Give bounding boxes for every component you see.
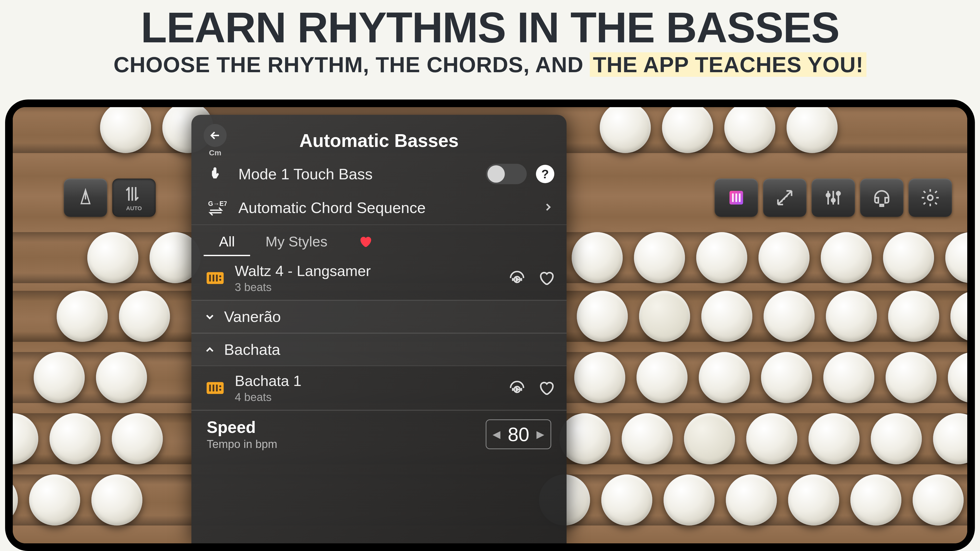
bass-button[interactable] bbox=[945, 232, 967, 283]
mode-touch-bass-row: Mode 1 Touch Bass ? bbox=[191, 157, 566, 191]
mode-label: Mode 1 Touch Bass bbox=[239, 165, 477, 183]
bass-button[interactable] bbox=[574, 352, 625, 403]
bass-button[interactable] bbox=[883, 232, 934, 283]
bass-button[interactable] bbox=[821, 232, 872, 283]
help-button[interactable]: ? bbox=[536, 165, 554, 183]
preview-play-icon[interactable] bbox=[508, 380, 526, 397]
bass-button[interactable] bbox=[888, 291, 939, 342]
bass-button[interactable] bbox=[746, 413, 797, 464]
support-button[interactable] bbox=[860, 179, 904, 217]
bass-button[interactable] bbox=[96, 352, 147, 403]
bass-button[interactable] bbox=[577, 291, 628, 342]
bass-button[interactable] bbox=[663, 475, 714, 526]
metronome-button[interactable] bbox=[64, 179, 107, 217]
back-chord-label: Cm bbox=[209, 148, 221, 157]
scale-button[interactable] bbox=[763, 179, 807, 217]
category-bachata[interactable]: Bachata bbox=[191, 333, 566, 366]
arrow-left-icon bbox=[208, 129, 222, 142]
bass-button[interactable] bbox=[826, 291, 877, 342]
bass-button[interactable] bbox=[871, 413, 922, 464]
bass-button[interactable] bbox=[684, 413, 735, 464]
bass-button[interactable] bbox=[787, 107, 838, 153]
bass-button[interactable] bbox=[601, 475, 652, 526]
speed-stepper[interactable]: ◀ 80 ▶ bbox=[486, 419, 551, 449]
svg-point-20 bbox=[219, 385, 221, 387]
svg-point-5 bbox=[832, 198, 835, 202]
tab-all[interactable]: All bbox=[204, 229, 250, 256]
settings-button[interactable] bbox=[908, 179, 952, 217]
automatic-basses-panel: Cm Automatic Basses Mode 1 Touch Bass ? … bbox=[191, 115, 566, 543]
bass-button[interactable] bbox=[701, 291, 752, 342]
chevron-right-icon bbox=[542, 201, 554, 214]
favorite-icon[interactable] bbox=[538, 380, 554, 396]
bass-button[interactable] bbox=[559, 413, 611, 464]
accordion-icon bbox=[204, 267, 227, 289]
mixer-button[interactable] bbox=[811, 179, 855, 217]
favorite-icon[interactable] bbox=[538, 270, 554, 286]
bass-button[interactable] bbox=[788, 475, 839, 526]
bass-button[interactable] bbox=[636, 352, 687, 403]
bass-button[interactable] bbox=[100, 107, 151, 153]
bass-button[interactable] bbox=[91, 475, 142, 526]
bass-button[interactable] bbox=[759, 232, 810, 283]
tab-my-styles[interactable]: My Styles bbox=[250, 229, 343, 256]
bass-button[interactable] bbox=[696, 232, 747, 283]
bass-button[interactable] bbox=[13, 413, 38, 464]
bass-button[interactable] bbox=[639, 291, 690, 342]
svg-point-4 bbox=[826, 193, 830, 197]
chevron-up-icon bbox=[204, 344, 216, 356]
svg-rect-11 bbox=[213, 275, 215, 281]
bass-button[interactable] bbox=[764, 291, 815, 342]
back-button[interactable]: Cm bbox=[204, 124, 227, 157]
bass-button[interactable] bbox=[886, 352, 937, 403]
style-item-waltz4[interactable]: Waltz 4 - Langsamer 3 beats bbox=[191, 256, 566, 300]
svg-point-13 bbox=[219, 275, 221, 277]
bass-button[interactable] bbox=[699, 352, 750, 403]
subtitle-part1: CHOOSE THE RHYTHM, THE CHORDS, AND bbox=[114, 52, 590, 77]
bass-button[interactable] bbox=[933, 413, 967, 464]
bass-button[interactable] bbox=[13, 475, 18, 526]
bass-button[interactable] bbox=[950, 291, 967, 342]
style-beats: 3 beats bbox=[235, 281, 500, 294]
svg-point-6 bbox=[837, 192, 840, 195]
bass-button[interactable] bbox=[572, 232, 623, 283]
speed-increase[interactable]: ▶ bbox=[536, 428, 544, 440]
bass-button[interactable] bbox=[87, 232, 138, 283]
bass-button[interactable] bbox=[808, 413, 859, 464]
style-beats: 4 beats bbox=[235, 391, 500, 403]
mode-toggle[interactable] bbox=[486, 164, 527, 184]
bass-button[interactable] bbox=[726, 475, 777, 526]
bass-button[interactable] bbox=[119, 291, 170, 342]
speed-subtitle: Tempo in bpm bbox=[207, 438, 476, 451]
style-item-bachata1[interactable]: Bachata 1 4 beats bbox=[191, 366, 566, 410]
bass-button[interactable] bbox=[823, 352, 874, 403]
svg-point-21 bbox=[219, 389, 221, 391]
speed-decrease[interactable]: ◀ bbox=[493, 428, 501, 440]
touch-icon bbox=[204, 165, 229, 183]
auto-bass-button[interactable]: AUTO bbox=[112, 179, 156, 217]
device-frame: AUTO bbox=[5, 100, 975, 551]
bass-button[interactable] bbox=[761, 352, 812, 403]
bass-button[interactable] bbox=[724, 107, 775, 153]
bass-button[interactable] bbox=[913, 475, 964, 526]
chord-sequence-row[interactable]: G→E7 Automatic Chord Sequence bbox=[191, 191, 566, 225]
category-vanerao[interactable]: Vanerão bbox=[191, 300, 566, 333]
headline-subtitle: CHOOSE THE RHYTHM, THE CHORDS, AND THE A… bbox=[10, 52, 970, 77]
svg-rect-3 bbox=[739, 193, 741, 202]
bass-button[interactable] bbox=[57, 291, 108, 342]
preview-play-icon[interactable] bbox=[508, 269, 526, 287]
bass-button[interactable] bbox=[634, 232, 685, 283]
bass-button[interactable] bbox=[34, 352, 85, 403]
bass-button[interactable] bbox=[29, 475, 80, 526]
bass-button[interactable] bbox=[112, 413, 163, 464]
style-name: Waltz 4 - Langsamer bbox=[235, 262, 500, 279]
bass-button[interactable] bbox=[850, 475, 901, 526]
bass-button[interactable] bbox=[662, 107, 713, 153]
tab-favorites[interactable] bbox=[343, 230, 388, 256]
bass-button[interactable] bbox=[622, 413, 673, 464]
bass-button[interactable] bbox=[600, 107, 651, 153]
auto-label: AUTO bbox=[126, 205, 142, 212]
bass-button[interactable] bbox=[948, 352, 967, 403]
bass-button[interactable] bbox=[49, 413, 100, 464]
accordion-button[interactable] bbox=[714, 179, 758, 217]
